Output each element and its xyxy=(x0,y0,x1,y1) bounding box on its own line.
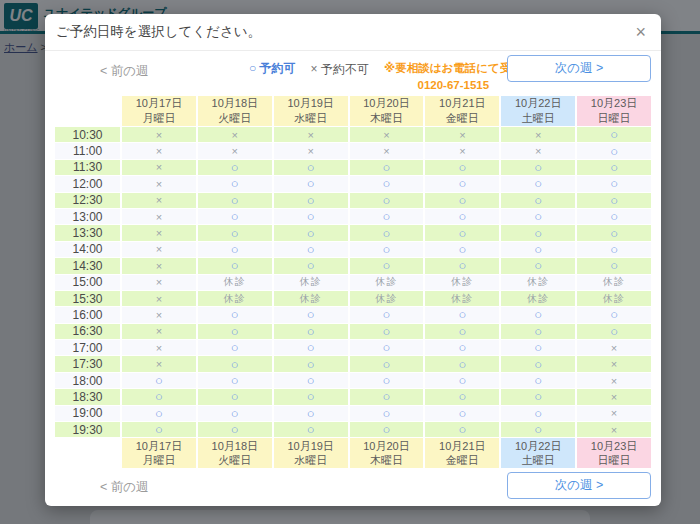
slot-available[interactable]: ○ xyxy=(350,406,424,421)
slot-available[interactable]: ○ xyxy=(577,127,651,142)
slot-available[interactable]: ○ xyxy=(274,356,348,371)
slot-available[interactable]: ○ xyxy=(198,340,272,355)
slot-available[interactable]: ○ xyxy=(274,193,348,208)
slot-available[interactable]: ○ xyxy=(425,373,499,388)
slot-available[interactable]: ○ xyxy=(122,422,196,437)
slot-available[interactable]: ○ xyxy=(501,193,575,208)
slot-available[interactable]: ○ xyxy=(501,258,575,273)
slot-available[interactable]: ○ xyxy=(425,242,499,257)
slot-available[interactable]: ○ xyxy=(350,324,424,339)
slot-available[interactable]: ○ xyxy=(350,258,424,273)
slot-available[interactable]: ○ xyxy=(501,356,575,371)
slot-unavailable: × xyxy=(577,356,651,371)
slot-available[interactable]: ○ xyxy=(198,389,272,404)
slot-available[interactable]: ○ xyxy=(577,258,651,273)
slot-available[interactable]: ○ xyxy=(577,324,651,339)
slot-available[interactable]: ○ xyxy=(425,160,499,175)
slot-available[interactable]: ○ xyxy=(350,389,424,404)
slot-available[interactable]: ○ xyxy=(501,176,575,191)
slot-available[interactable]: ○ xyxy=(198,193,272,208)
slot-available[interactable]: ○ xyxy=(425,340,499,355)
slot-available[interactable]: ○ xyxy=(577,193,651,208)
slot-available[interactable]: ○ xyxy=(577,242,651,257)
slot-available[interactable]: ○ xyxy=(577,209,651,224)
slot-available[interactable]: ○ xyxy=(350,340,424,355)
slot-available[interactable]: ○ xyxy=(350,422,424,437)
slot-available[interactable]: ○ xyxy=(425,193,499,208)
slot-available[interactable]: ○ xyxy=(425,209,499,224)
slot-available[interactable]: ○ xyxy=(425,258,499,273)
slot-available[interactable]: ○ xyxy=(122,373,196,388)
slot-available[interactable]: ○ xyxy=(198,373,272,388)
slot-available[interactable]: ○ xyxy=(577,160,651,175)
slot-available[interactable]: ○ xyxy=(198,422,272,437)
slot-available[interactable]: ○ xyxy=(198,324,272,339)
slot-available[interactable]: ○ xyxy=(198,209,272,224)
slot-available[interactable]: ○ xyxy=(274,258,348,273)
prev-week-link-bottom[interactable]: < 前の週 xyxy=(100,479,149,496)
slot-available[interactable]: ○ xyxy=(350,356,424,371)
slot-available[interactable]: ○ xyxy=(274,373,348,388)
slot-available[interactable]: ○ xyxy=(425,307,499,322)
slot-available[interactable]: ○ xyxy=(274,389,348,404)
slot-available[interactable]: ○ xyxy=(425,176,499,191)
slot-available[interactable]: ○ xyxy=(577,176,651,191)
prev-week-link[interactable]: < 前の週 xyxy=(100,63,149,80)
slot-available[interactable]: ○ xyxy=(501,307,575,322)
slot-available[interactable]: ○ xyxy=(274,225,348,240)
slot-available[interactable]: ○ xyxy=(350,225,424,240)
next-week-button-bottom[interactable]: 次の週 > xyxy=(507,472,651,499)
slot-available[interactable]: ○ xyxy=(501,373,575,388)
slot-available[interactable]: ○ xyxy=(350,373,424,388)
day-of-week: 月曜日 xyxy=(142,453,175,468)
slot-available[interactable]: ○ xyxy=(501,242,575,257)
close-icon[interactable]: × xyxy=(635,22,646,42)
slot-available[interactable]: ○ xyxy=(425,422,499,437)
slot-available[interactable]: ○ xyxy=(274,209,348,224)
slot-available[interactable]: ○ xyxy=(122,406,196,421)
time-label: 17:30 xyxy=(55,356,120,371)
slot-available[interactable]: ○ xyxy=(274,340,348,355)
slot-available[interactable]: ○ xyxy=(425,356,499,371)
slot-available[interactable]: ○ xyxy=(425,324,499,339)
slot-available[interactable]: ○ xyxy=(198,160,272,175)
slot-available[interactable]: ○ xyxy=(274,422,348,437)
slot-available[interactable]: ○ xyxy=(274,160,348,175)
slot-available[interactable]: ○ xyxy=(577,307,651,322)
slot-available[interactable]: ○ xyxy=(425,389,499,404)
slot-available[interactable]: ○ xyxy=(501,422,575,437)
slot-available[interactable]: ○ xyxy=(577,225,651,240)
slot-available[interactable]: ○ xyxy=(274,307,348,322)
slot-available[interactable]: ○ xyxy=(122,389,196,404)
slot-available[interactable]: ○ xyxy=(274,324,348,339)
slot-available[interactable]: ○ xyxy=(350,209,424,224)
slot-available[interactable]: ○ xyxy=(501,160,575,175)
slot-available[interactable]: ○ xyxy=(274,406,348,421)
slot-available[interactable]: ○ xyxy=(198,242,272,257)
slot-available[interactable]: ○ xyxy=(425,406,499,421)
slot-available[interactable]: ○ xyxy=(501,209,575,224)
slot-available[interactable]: ○ xyxy=(501,389,575,404)
slot-available[interactable]: ○ xyxy=(425,225,499,240)
slot-available[interactable]: ○ xyxy=(274,242,348,257)
slot-available[interactable]: ○ xyxy=(198,176,272,191)
slot-available[interactable]: ○ xyxy=(350,176,424,191)
day-date: 10月21日 xyxy=(439,439,485,454)
slot-available[interactable]: ○ xyxy=(274,176,348,191)
slot-available[interactable]: ○ xyxy=(198,225,272,240)
slot-available[interactable]: ○ xyxy=(501,324,575,339)
slot-available[interactable]: ○ xyxy=(198,258,272,273)
slot-available[interactable]: ○ xyxy=(350,242,424,257)
next-week-button[interactable]: 次の週 > xyxy=(507,55,651,82)
slot-available[interactable]: ○ xyxy=(350,160,424,175)
slot-available[interactable]: ○ xyxy=(350,193,424,208)
slot-available[interactable]: ○ xyxy=(198,406,272,421)
slot-available[interactable]: ○ xyxy=(577,143,651,158)
slot-available[interactable]: ○ xyxy=(350,307,424,322)
slot-available[interactable]: ○ xyxy=(198,356,272,371)
day-date: 10月19日 xyxy=(287,439,333,454)
slot-available[interactable]: ○ xyxy=(501,225,575,240)
slot-available[interactable]: ○ xyxy=(501,406,575,421)
slot-available[interactable]: ○ xyxy=(501,340,575,355)
slot-available[interactable]: ○ xyxy=(198,307,272,322)
